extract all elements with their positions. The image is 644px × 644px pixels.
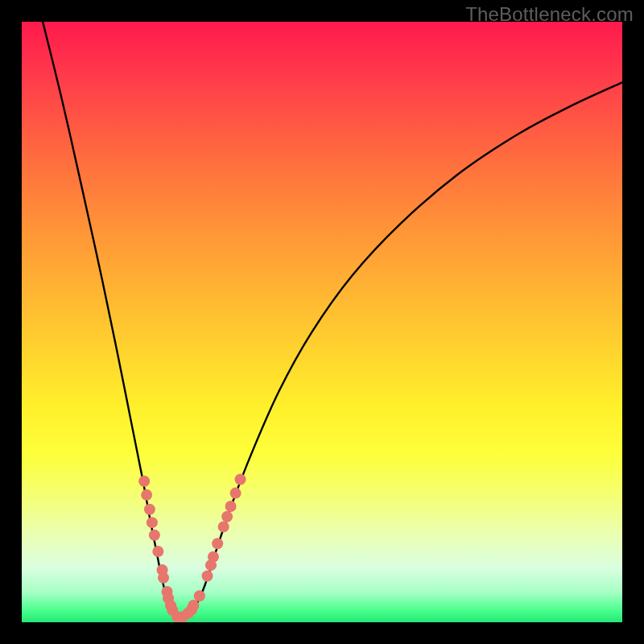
- marker-dot: [152, 546, 163, 557]
- marker-dot: [138, 476, 150, 487]
- plot-area: [22, 22, 622, 622]
- marker-dot: [212, 538, 223, 549]
- outer-frame: TheBottleneck.com: [0, 0, 644, 644]
- marker-dot: [149, 530, 160, 541]
- marker-dot: [194, 590, 205, 601]
- marker-dot: [158, 572, 169, 584]
- watermark-text: TheBottleneck.com: [465, 3, 634, 26]
- marker-dot: [218, 521, 229, 532]
- marker-dot: [188, 600, 199, 611]
- marker-dot: [230, 488, 242, 499]
- marker-dot: [202, 571, 213, 582]
- marker-dot: [225, 501, 237, 512]
- marker-dot: [144, 504, 155, 515]
- curve-left: [43, 22, 180, 617]
- marker-dot: [141, 489, 152, 501]
- marker-layer: [138, 473, 246, 622]
- marker-dot: [235, 473, 246, 485]
- marker-dot: [221, 511, 233, 522]
- chart-svg: [22, 22, 622, 622]
- curve-right: [180, 82, 622, 617]
- marker-dot: [208, 551, 219, 563]
- marker-dot: [147, 517, 158, 528]
- curve-layer: [43, 22, 622, 617]
